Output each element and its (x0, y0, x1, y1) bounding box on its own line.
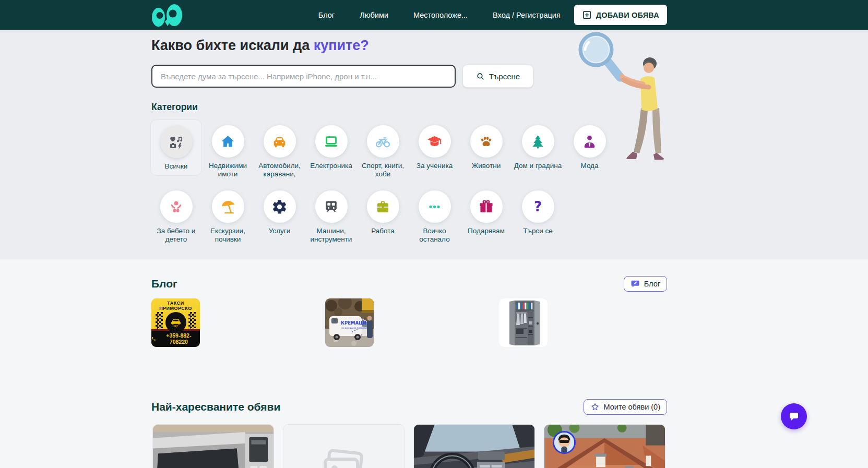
nav-link-location[interactable]: Местоположе... (413, 11, 468, 19)
chat-button[interactable] (781, 403, 807, 429)
listing-card[interactable] (413, 424, 535, 468)
category-baby-kids[interactable]: За бебето и детето (150, 185, 202, 243)
my-listings-label: Моите обяви (0) (604, 403, 660, 411)
person-suit-icon (581, 134, 598, 150)
add-listing-label: ДОБАВИ ОБЯВА (596, 11, 659, 19)
categories-heading: Категории (151, 102, 868, 113)
category-label: Екскурзии, почивки (202, 227, 254, 243)
category-label: Дом и градина (513, 162, 563, 170)
collage-icon (168, 134, 184, 150)
magnifier-icon (476, 72, 485, 81)
favorites-heading: Най-харесваните обяви (151, 401, 280, 413)
plus-square-icon (582, 10, 592, 20)
nav-link-favorites[interactable]: Любими (360, 11, 388, 19)
category-fashion[interactable]: Мода (564, 119, 615, 176)
nav-link-login[interactable]: Вход / Регистрация (493, 11, 561, 19)
favorite-listings (152, 424, 868, 468)
laptop-icon (323, 134, 339, 150)
category-electronics[interactable]: Електроника (305, 119, 357, 176)
category-wanted[interactable]: ? Търси се (512, 185, 564, 241)
microwave-image (153, 425, 274, 468)
search-input[interactable] (151, 65, 456, 88)
search-button[interactable]: Търсене (462, 65, 533, 88)
category-all[interactable]: Всички (150, 119, 202, 176)
category-label: Работа (370, 227, 396, 235)
pine-tree-icon (530, 134, 546, 150)
category-vehicles[interactable]: Автомобили, каравани, (254, 119, 305, 178)
category-services[interactable]: Услуги (254, 185, 305, 241)
category-machines-tools[interactable]: Машини, инструменти (305, 185, 357, 243)
category-everything-else[interactable]: Всичко останало (409, 185, 460, 243)
baby-icon (168, 199, 184, 215)
category-giveaway[interactable]: Подарявам (460, 185, 512, 241)
categories-row-1: Всички Недвижими имоти Автомобили, карав… (150, 119, 868, 178)
category-sport-books-hobby[interactable]: Спорт, книги, хоби (357, 119, 409, 178)
graduation-cap-icon (426, 134, 443, 150)
category-label: Спорт, книги, хоби (357, 162, 409, 178)
blog-button[interactable]: Блог (624, 276, 667, 292)
house-icon (220, 134, 236, 150)
category-home-garden[interactable]: Дом и градина (512, 119, 564, 176)
category-label: Услуги (268, 227, 292, 235)
svg-text:на домашни любимци: на домашни любимци (341, 327, 368, 329)
listing-card[interactable] (152, 424, 274, 468)
briefcase-icon (375, 199, 391, 215)
hero-title: Какво бихте искали да купите? (0, 30, 868, 54)
hero-section: Какво бихте искали да купите? Търсене Ка… (0, 30, 868, 259)
category-label: Мода (580, 162, 600, 170)
beach-umbrella-icon (220, 199, 236, 215)
car-icon (271, 134, 288, 150)
category-label: Недвижими имоти (202, 162, 254, 178)
blog-heading: Блог (151, 278, 177, 290)
listing-card[interactable] (283, 424, 405, 468)
blog-post-card[interactable]: КРЕМАЦИЯ на домашни любимци (325, 298, 493, 347)
navbar: БлогЛюбимиМестоположе...Вход / Регистрац… (0, 0, 868, 30)
category-label: Всички (164, 162, 189, 171)
image-placeholder-icon (283, 425, 404, 468)
ellipsis-icon (426, 199, 443, 215)
lower-section: Блог Блог ТАКСИПРИМОРСКО 24|7 ТАКСИ УСЛУ… (0, 259, 868, 468)
question-mark-icon: ? (530, 199, 546, 215)
category-school[interactable]: За ученика (409, 119, 460, 176)
svg-text:КРЕМАЦИЯ: КРЕМАЦИЯ (341, 320, 370, 326)
category-label: Всичко останало (409, 227, 460, 243)
nav-link-blog[interactable]: Блог (318, 11, 335, 19)
category-label: Машини, инструменти (305, 227, 357, 243)
blog-cards: ТАКСИПРИМОРСКО 24|7 ТАКСИ УСЛУГИ В / ОКО… (151, 298, 868, 347)
category-jobs[interactable]: Работа (357, 185, 409, 241)
category-label: За бебето и детето (150, 227, 202, 243)
categories-row-2: За бебето и детето Екскурзии, почивки Ус… (150, 185, 868, 243)
category-trips[interactable]: Екскурзии, почивки (202, 185, 254, 243)
blog-post-card[interactable]: ТАКСИПРИМОРСКО 24|7 ТАКСИ УСЛУГИ В / ОКО… (151, 298, 319, 347)
blog-button-label: Блог (644, 280, 660, 288)
metal-cabinet-image (499, 298, 548, 347)
category-label: Подарявам (467, 227, 506, 235)
my-listings-button[interactable]: Моите обяви (0) (584, 399, 667, 415)
category-label: Електроника (309, 162, 353, 170)
svg-text:?: ? (534, 199, 542, 214)
hero-title-accent: купите? (314, 38, 369, 53)
category-label: Търси се (522, 227, 554, 235)
owl-logo-icon[interactable] (151, 3, 184, 27)
train-icon (323, 199, 339, 215)
pet-cremation-van-image: КРЕМАЦИЯ на домашни любимци (325, 298, 374, 347)
speech-bubble-icon (788, 410, 800, 423)
category-real-estate[interactable]: Недвижими имоти (202, 119, 254, 178)
add-listing-button[interactable]: ДОБАВИ ОБЯВА (574, 5, 667, 25)
search-button-label: Търсене (489, 72, 520, 81)
nav-links: БлогЛюбимиМестоположе...Вход / Регистрац… (318, 11, 561, 19)
category-label: Автомобили, каравани, (254, 162, 305, 178)
blog-post-card[interactable] (499, 298, 667, 347)
car-interior-image (414, 425, 534, 468)
bicycle-icon (375, 134, 391, 150)
star-icon (590, 402, 600, 412)
listing-card[interactable] (544, 424, 665, 468)
category-label: За ученика (415, 162, 454, 170)
gear-icon (271, 199, 288, 215)
paw-icon (478, 134, 494, 150)
category-label: Животни (471, 162, 502, 170)
seller-avatar[interactable] (553, 431, 576, 454)
category-animals[interactable]: Животни (460, 119, 512, 176)
gift-icon (478, 199, 494, 215)
chat-edit-icon (631, 279, 640, 289)
